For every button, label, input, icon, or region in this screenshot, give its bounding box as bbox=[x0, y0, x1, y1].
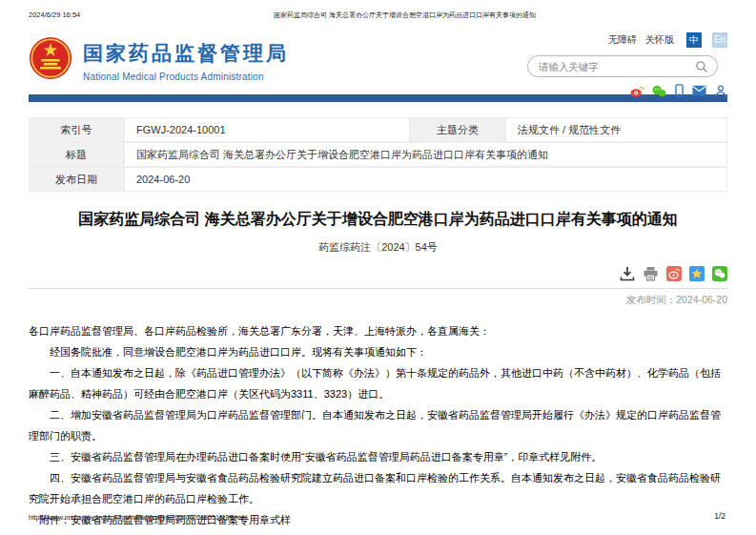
paragraph-item-4: 四、安徽省药品监督管理局与安徽省食品药品检验研究院建立药品进口备案和口岸检验的工… bbox=[29, 467, 727, 509]
topic-category-label: 主题分类 bbox=[410, 117, 505, 142]
care-version-link[interactable]: 关怀版 bbox=[645, 33, 674, 47]
weibo-icon[interactable] bbox=[630, 85, 644, 97]
article-body: 各口岸药品监督管理局、各口岸药品检验所，海关总署广东分署，天津、上海特派办，各直… bbox=[29, 320, 727, 530]
print-footer-url: https://www.nmpa.gov.cn/xxgk/fgwj/gzwj/g… bbox=[29, 514, 248, 521]
title-label: 标题 bbox=[29, 142, 124, 167]
wechat-icon[interactable] bbox=[652, 85, 666, 97]
index-number-value: FGWJ-2024-10001 bbox=[124, 117, 410, 142]
download-icon[interactable] bbox=[620, 266, 635, 281]
search-input[interactable] bbox=[539, 61, 682, 72]
search-icon[interactable] bbox=[695, 60, 708, 73]
publish-time-label: 发布时间： bbox=[626, 294, 677, 305]
publish-date-value: 2024-06-20 bbox=[124, 167, 727, 192]
title-value: 国家药监局综合司 海关总署办公厅关于增设合肥空港口岸为药品进口口岸有关事项的通知 bbox=[124, 142, 727, 167]
publish-date-label: 发布日期 bbox=[29, 167, 124, 192]
document-info-table: 索引号 FGWJ-2024-10001 主题分类 法规文件 / 规范性文件 标题… bbox=[29, 117, 727, 192]
share-wechat-icon[interactable] bbox=[712, 266, 727, 281]
paragraph-item-3: 三、安徽省药品监督管理局在办理药品进口备案时使用“安徽省药品监督管理局药品进口备… bbox=[29, 446, 727, 467]
doc-number: 药监综药注〔2024〕54号 bbox=[29, 240, 727, 255]
topic-category-value: 法规文件 / 规范性文件 bbox=[505, 117, 727, 142]
print-datetime: 2024/6/29 16:54 bbox=[29, 10, 80, 19]
accessibility-link[interactable]: 无障碍 bbox=[608, 33, 637, 47]
mail-icon[interactable] bbox=[692, 85, 706, 96]
page: 2024/6/29 16:54 国家药监局综合司 海关总署办公厅关于增设合肥空港… bbox=[0, 0, 756, 535]
print-doc-title: 国家药监局综合司 海关总署办公厅关于增设合肥空港口岸为药品进口口岸有关事项的通知 bbox=[274, 10, 536, 20]
table-row: 索引号 FGWJ-2024-10001 主题分类 法规文件 / 规范性文件 bbox=[29, 117, 727, 142]
social-row bbox=[527, 84, 727, 97]
paragraph-intro: 经国务院批准，同意增设合肥空港口岸为药品进口口岸。现将有关事项通知如下： bbox=[29, 341, 727, 362]
print-icon[interactable] bbox=[643, 266, 659, 281]
header-right: 无障碍 关怀版 中 En bbox=[527, 31, 727, 97]
site-name-en: National Medical Products Administration bbox=[83, 72, 289, 82]
search-box[interactable] bbox=[527, 55, 718, 77]
article-tools bbox=[29, 266, 727, 281]
site-header: 国家药品监督管理局 National Medical Products Admi… bbox=[29, 31, 727, 91]
site-name-block: 国家药品监督管理局 National Medical Products Admi… bbox=[83, 40, 289, 82]
publish-time: 发布时间：2024-06-20 bbox=[29, 294, 727, 307]
page-title: 国家药监局综合司 海关总署办公厅关于增设合肥空港口岸为药品进口口岸有关事项的通知 bbox=[29, 210, 727, 230]
national-emblem-icon bbox=[29, 36, 72, 80]
divider bbox=[29, 288, 727, 289]
share-qzone-icon[interactable] bbox=[689, 266, 705, 281]
paragraph-item-1: 一、自本通知发布之日起，除《药品进口管理办法》（以下简称《办法》）第十条规定的药… bbox=[29, 362, 727, 404]
publish-time-date: 2024-06-20 bbox=[676, 294, 727, 305]
index-number-label: 索引号 bbox=[29, 117, 124, 142]
top-links: 无障碍 关怀版 中 En bbox=[527, 31, 727, 49]
share-weibo-icon[interactable] bbox=[666, 266, 682, 281]
lang-zh-button[interactable]: 中 bbox=[686, 32, 702, 48]
site-name: 国家药品监督管理局 bbox=[83, 40, 289, 67]
paragraph-item-2: 二、增加安徽省药品监督管理局为口岸药品监督管理部门。自本通知发布之日起，安徽省药… bbox=[29, 404, 727, 446]
table-row: 标题 国家药监局综合司 海关总署办公厅关于增设合肥空港口岸为药品进口口岸有关事项… bbox=[29, 142, 727, 167]
mobile-icon[interactable] bbox=[674, 84, 684, 97]
table-row: 发布日期 2024-06-20 bbox=[29, 167, 727, 192]
content-area: 国家药品监督管理局 National Medical Products Admi… bbox=[29, 31, 727, 530]
user-icon[interactable] bbox=[714, 84, 727, 97]
lang-en-button[interactable]: En bbox=[712, 32, 727, 48]
print-footer-page: 1/2 bbox=[714, 511, 725, 521]
paragraph-salutation: 各口岸药品监督管理局、各口岸药品检验所，海关总署广东分署，天津、上海特派办，各直… bbox=[29, 320, 727, 341]
